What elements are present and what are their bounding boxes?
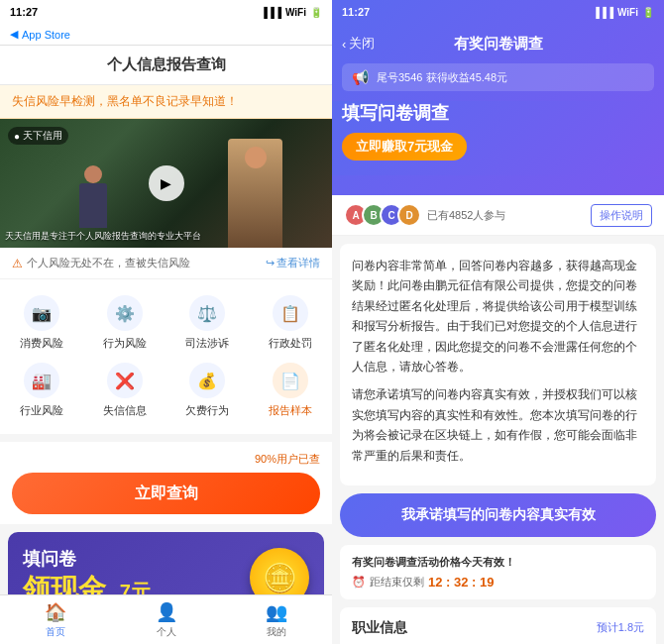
legal-icon: ⚖️ bbox=[189, 295, 225, 331]
video-person2 bbox=[79, 165, 107, 228]
survey-content: 问卷内容非常简单，回答问卷内容越多，获得越高现金奖励！此问卷由鹏元征信有限公司提… bbox=[340, 244, 656, 485]
category-admin[interactable]: 📋 行政处罚 bbox=[249, 289, 332, 357]
nav-mine[interactable]: 👥 我的 bbox=[221, 601, 332, 639]
sample-icon: 📄 bbox=[273, 363, 308, 398]
bottom-nav: 🏠 首页 👤 个人 👥 我的 bbox=[0, 594, 332, 644]
reward-text: 尾号3546 获得收益45.48元 bbox=[377, 70, 507, 85]
promo-text: 填问卷 领现金 7元 bbox=[23, 547, 151, 594]
estimate-text: 预计1.8元 bbox=[597, 620, 644, 635]
video-tag: ● 天下信用 bbox=[8, 127, 68, 145]
left-content: 失信风险早检测，黑名单不良记录早知道！ ▶ ● 天下信用 天天信用是专注于个人风… bbox=[0, 85, 332, 594]
reward-info-bar: 📢 尾号3546 获得收益45.48元 bbox=[342, 63, 654, 91]
view-detail-link[interactable]: ↪ 查看详情 bbox=[266, 256, 320, 270]
avatar-4: D bbox=[397, 203, 421, 227]
query-now-button[interactable]: 立即查询 bbox=[12, 473, 320, 514]
chevron-left-icon: ◀ bbox=[10, 28, 18, 41]
behavior-label: 行为风险 bbox=[103, 336, 147, 351]
nav-bar-right: ‹ 关闭 有奖问卷调查 bbox=[332, 24, 664, 63]
countdown: ⏰ 距结束仅剩 12 : 32 : 19 bbox=[352, 575, 644, 590]
category-sample[interactable]: 📄 报告样本 bbox=[249, 357, 332, 424]
category-consumer-risk[interactable]: 📷 消费风险 bbox=[0, 289, 83, 357]
industry-icon: 🏭 bbox=[24, 363, 59, 398]
close-button[interactable]: ‹ 关闭 bbox=[342, 35, 375, 53]
wifi-icon-r: WiFi bbox=[617, 7, 638, 18]
nav-profile[interactable]: 👤 个人 bbox=[111, 601, 222, 639]
time-right: 11:27 bbox=[342, 6, 370, 18]
promo-line2: 领现金 7元 bbox=[23, 571, 151, 594]
video-section[interactable]: ▶ ● 天下信用 天天信用是专注于个人风险报告查询的专业大平台 bbox=[0, 119, 332, 248]
time-left: 11:27 bbox=[10, 6, 38, 18]
clock-icon: ⏰ bbox=[352, 576, 366, 589]
mine-icon: 👥 bbox=[266, 601, 287, 623]
debt-label: 欠费行为 bbox=[185, 403, 229, 418]
commit-button[interactable]: 我承诺填写的问卷内容真实有效 bbox=[340, 493, 656, 537]
participant-count: 已有4852人参与 bbox=[427, 208, 505, 223]
status-icons-left: ▐▐▐ WiFi 🔋 bbox=[261, 7, 322, 18]
wifi-icon: WiFi bbox=[285, 7, 306, 18]
reward-icon: 📢 bbox=[352, 69, 369, 85]
debt-icon: 💰 bbox=[189, 363, 225, 398]
battery-icon: 🔋 bbox=[310, 7, 322, 18]
progress-container: 90%用户已查 bbox=[12, 452, 320, 467]
app-store-bar[interactable]: ◀ App Store bbox=[0, 24, 332, 46]
status-icons-right: ▐▐▐ WiFi 🔋 bbox=[593, 7, 654, 18]
earn-badge: 立即赚取7元现金 bbox=[342, 133, 467, 161]
tag-icon: ● bbox=[14, 131, 20, 142]
tag-label: 天下信用 bbox=[23, 129, 62, 143]
page-title-right: 有奖问卷调查 bbox=[454, 35, 543, 54]
avatar-group: A B C D bbox=[344, 203, 421, 227]
nav-bar-left: 个人信息报告查询 bbox=[0, 46, 332, 85]
survey-text-2: 请您承诺填写的问卷内容真实有效，并授权我们可以核实您填写内容的真实性和有效性。您… bbox=[352, 384, 644, 466]
home-label: 首页 bbox=[46, 625, 65, 639]
page-title-left: 个人信息报告查询 bbox=[107, 55, 226, 74]
countdown-label: 距结束仅剩 bbox=[370, 575, 424, 590]
profile-icon: 👤 bbox=[156, 601, 177, 623]
signal-icon: ▐▐▐ bbox=[261, 7, 281, 18]
promo-banner[interactable]: 填问卷 领现金 7元 🪙 bbox=[8, 532, 324, 594]
risk-icon: ⚠ bbox=[12, 257, 23, 270]
chevron-left-icon-r: ‹ bbox=[342, 37, 346, 52]
survey-title: 填写问卷调查 bbox=[342, 101, 654, 125]
nav-home[interactable]: 🏠 首页 bbox=[0, 601, 111, 639]
ops-button[interactable]: 操作说明 bbox=[591, 204, 652, 227]
dishonest-icon: ❌ bbox=[107, 363, 143, 398]
activity-title: 有奖问卷调查活动价格今天有效！ bbox=[352, 555, 644, 570]
cta-section: 90%用户已查 立即查询 bbox=[0, 442, 332, 524]
participants-bar: A B C D 已有4852人参与 操作说明 bbox=[332, 195, 664, 236]
status-bar-left: 11:27 ▐▐▐ WiFi 🔋 bbox=[0, 0, 332, 24]
job-section-label: 职业信息 bbox=[352, 619, 407, 637]
close-label: 关闭 bbox=[349, 35, 375, 53]
mine-label: 我的 bbox=[267, 625, 286, 639]
activity-notice: 有奖问卷调查活动价格今天有效！ ⏰ 距结束仅剩 12 : 32 : 19 bbox=[340, 545, 656, 599]
category-grid: 📷 消费风险 ⚙️ 行为风险 ⚖️ 司法涉诉 📋 行政处罚 🏭 行业风险 ❌ bbox=[0, 279, 332, 434]
status-bar-right: 11:27 ▐▐▐ WiFi 🔋 bbox=[332, 0, 664, 24]
risk-info-text: ⚠ 个人风险无处不在，查被失信风险 bbox=[12, 256, 190, 270]
legal-label: 司法涉诉 bbox=[185, 336, 229, 351]
countdown-time: 12 : 32 : 19 bbox=[428, 575, 495, 590]
job-section-header: 职业信息 预计1.8元 bbox=[352, 619, 644, 637]
admin-label: 行政处罚 bbox=[269, 336, 312, 351]
participants-group: A B C D 已有4852人参与 bbox=[344, 203, 505, 227]
category-legal[interactable]: ⚖️ 司法涉诉 bbox=[166, 289, 250, 357]
category-debt[interactable]: 💰 欠费行为 bbox=[166, 357, 250, 424]
category-industry[interactable]: 🏭 行业风险 bbox=[0, 357, 83, 424]
survey-text-1: 问卷内容非常简单，回答问卷内容越多，获得越高现金奖励！此问卷由鹏元征信有限公司提… bbox=[352, 256, 644, 376]
figure-head bbox=[245, 147, 267, 168]
battery-icon-r: 🔋 bbox=[642, 7, 654, 18]
right-scroll-content: A B C D 已有4852人参与 操作说明 问卷内容非常简单，回答问卷内容越多… bbox=[332, 195, 664, 644]
coin-icon: 🪙 bbox=[250, 548, 309, 594]
promo-line1: 填问卷 bbox=[23, 547, 151, 571]
dishonest-label: 失信信息 bbox=[103, 403, 147, 418]
behavior-icon: ⚙️ bbox=[107, 295, 143, 331]
video-play-button[interactable]: ▶ bbox=[149, 165, 184, 201]
category-behavior-risk[interactable]: ⚙️ 行为风险 bbox=[83, 289, 166, 357]
app-store-label: App Store bbox=[22, 29, 70, 41]
home-icon: 🏠 bbox=[45, 601, 66, 623]
risk-text: 个人风险无处不在，查被失信风险 bbox=[27, 256, 190, 270]
left-panel: 11:27 ▐▐▐ WiFi 🔋 ◀ App Store 个人信息报告查询 失信… bbox=[0, 0, 332, 644]
industry-label: 行业风险 bbox=[20, 403, 63, 418]
category-dishonest[interactable]: ❌ 失信信息 bbox=[83, 357, 166, 424]
admin-icon: 📋 bbox=[273, 295, 308, 331]
risk-info-bar: ⚠ 个人风险无处不在，查被失信风险 ↪ 查看详情 bbox=[0, 248, 332, 279]
progress-text: 90%用户已查 bbox=[255, 452, 320, 467]
